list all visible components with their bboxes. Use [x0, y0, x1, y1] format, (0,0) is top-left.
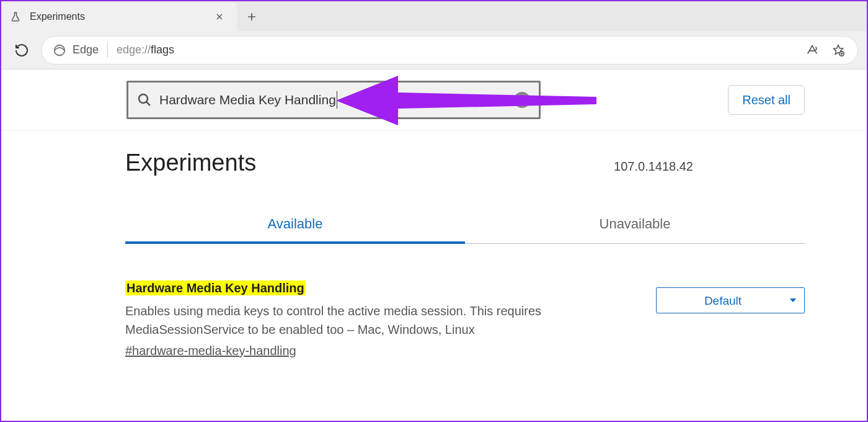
tab-available[interactable]: Available: [125, 206, 465, 243]
tab-strip: Experiments: [1, 1, 867, 31]
flask-icon: [10, 11, 21, 22]
close-icon[interactable]: [211, 8, 228, 25]
flag-description: Enables using media keys to control the …: [125, 302, 559, 339]
search-input-field[interactable]: [159, 92, 337, 107]
search-row: Reset all: [1, 70, 867, 131]
url-text: edge://flags: [117, 43, 174, 56]
browser-toolbar: Edge edge://flags: [1, 31, 867, 70]
url-scheme: edge://: [117, 43, 151, 56]
page-title: Experiments: [125, 150, 256, 176]
tab-title: Experiments: [30, 11, 211, 22]
edge-label: Edge: [73, 43, 99, 56]
tab-unavailable[interactable]: Unavailable: [465, 206, 805, 243]
refresh-button[interactable]: [10, 38, 33, 62]
new-tab-button[interactable]: [237, 2, 267, 31]
text-caret: [337, 91, 337, 109]
browser-tab[interactable]: Experiments: [1, 2, 237, 31]
page-content: Reset all Experiments 107.0.1418.42 Avai…: [1, 70, 867, 358]
read-aloud-icon[interactable]: [804, 42, 820, 58]
flag-select-wrap: Default: [656, 287, 805, 313]
search-icon: [137, 92, 152, 107]
flag-title: Hardware Media Key Handling: [125, 281, 306, 295]
version-label: 107.0.1418.42: [614, 159, 693, 174]
reset-all-button[interactable]: Reset all: [728, 85, 805, 115]
svg-point-0: [55, 45, 65, 55]
edge-logo-icon: [53, 43, 66, 57]
address-bar[interactable]: Edge edge://flags: [41, 36, 858, 65]
url-path: flags: [151, 43, 174, 56]
header-row: Experiments 107.0.1418.42: [125, 150, 805, 176]
flag-item: Hardware Media Key Handling Enables usin…: [125, 244, 805, 358]
divider: [107, 43, 108, 58]
favorites-icon[interactable]: [830, 42, 846, 58]
flag-state-select[interactable]: Default: [656, 287, 805, 313]
clear-icon[interactable]: [514, 92, 530, 108]
flag-info: Hardware Media Key Handling Enables usin…: [125, 281, 631, 358]
tabs: Available Unavailable: [125, 206, 805, 244]
flag-permalink[interactable]: #hardware-media-key-handling: [125, 344, 296, 358]
search-flags-input[interactable]: [126, 81, 541, 119]
svg-point-2: [139, 94, 148, 103]
